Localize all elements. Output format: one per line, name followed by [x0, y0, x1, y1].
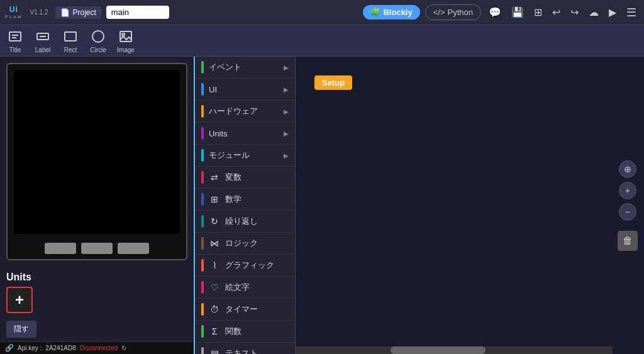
- device-canvas[interactable]: [6, 63, 187, 260]
- undo-icon-button[interactable]: ↩: [550, 5, 563, 19]
- svg-rect-5: [65, 32, 76, 41]
- category-logic[interactable]: ⋈ロジック: [195, 233, 295, 255]
- category-label: イベント: [209, 62, 279, 73]
- category-icon: Σ: [209, 326, 220, 336]
- category-color-indicator: [201, 127, 204, 140]
- category-loop[interactable]: ↻繰り返し: [195, 211, 295, 233]
- category-graphic[interactable]: ⌇グラフィック: [195, 255, 295, 277]
- chat-icon-button[interactable]: 💬: [486, 5, 504, 19]
- key-icon: 🔗: [5, 344, 14, 352]
- title-icon: [6, 28, 24, 45]
- category-label: タイマー: [225, 304, 289, 315]
- widget-toolbar: Title Label Rect Circle: [0, 25, 644, 57]
- api-key-value: 2A241AD8: [45, 345, 75, 351]
- scroll-thumb[interactable]: [391, 346, 486, 354]
- device-button-1[interactable]: [45, 243, 76, 254]
- units-add-button[interactable]: +: [6, 287, 33, 313]
- category-color-indicator: [201, 237, 204, 250]
- category-icon: ▤: [209, 348, 220, 354]
- category-label: 絵文字: [225, 282, 289, 293]
- widget-title[interactable]: Title: [6, 28, 24, 53]
- widget-label[interactable]: Label: [34, 28, 52, 53]
- category-arrow-icon: ▶: [284, 86, 289, 93]
- logo: Ui FLow: [5, 5, 23, 19]
- horizontal-scrollbar[interactable]: [296, 346, 613, 354]
- plus-icon: +: [15, 291, 24, 309]
- category-icon: ♡: [209, 282, 220, 292]
- widget-image[interactable]: Image: [117, 28, 135, 53]
- cloud-icon-button[interactable]: ☁: [586, 5, 601, 19]
- connection-status: Disconnected: [80, 345, 118, 351]
- category-label: ロジック: [225, 238, 289, 249]
- category-text[interactable]: ▤テキスト: [195, 343, 295, 354]
- category-icon: ⇄: [209, 172, 220, 182]
- code-icon: </>: [433, 8, 445, 17]
- file-icon: 📄: [60, 8, 70, 17]
- category-color-indicator: [201, 149, 204, 162]
- circle-icon: [89, 28, 107, 45]
- category-event[interactable]: イベント▶: [195, 57, 295, 79]
- main-input[interactable]: [106, 6, 169, 19]
- logo-top-text: Ui: [9, 5, 18, 14]
- play-icon-button[interactable]: ▶: [606, 5, 619, 19]
- category-label: 変数: [225, 172, 289, 183]
- category-color-indicator: [201, 281, 204, 294]
- svg-point-6: [92, 31, 104, 42]
- project-label: Project: [72, 8, 96, 17]
- svg-rect-0: [9, 32, 21, 41]
- device-buttons: [8, 243, 186, 254]
- blockly-button[interactable]: 🧩 Blockly: [363, 5, 419, 19]
- save-icon-button[interactable]: 💾: [509, 5, 526, 19]
- category-color-indicator: [201, 105, 204, 118]
- version-badge: V1.1.2: [30, 9, 48, 16]
- category-arrow-icon: ▶: [284, 64, 289, 71]
- setup-block[interactable]: Setup: [314, 75, 352, 90]
- logo-bottom-text: FLow: [5, 14, 23, 19]
- category-function[interactable]: Σ関数: [195, 321, 295, 343]
- category-timer[interactable]: ⏱タイマー: [195, 299, 295, 321]
- zoom-out-button[interactable]: −: [619, 203, 636, 221]
- category-icon: ⏱: [209, 304, 220, 314]
- category-color-indicator: [201, 259, 204, 272]
- widget-label-label: Label: [35, 47, 50, 53]
- python-button[interactable]: </> Python: [425, 4, 481, 20]
- category-label: グラフィック: [225, 260, 289, 271]
- category-math[interactable]: ⊞数学: [195, 189, 295, 211]
- redo-icon-button[interactable]: ↪: [568, 5, 581, 19]
- category-emoji[interactable]: ♡絵文字: [195, 277, 295, 299]
- project-button[interactable]: 📄 Project: [55, 6, 101, 19]
- category-label: Units: [209, 129, 279, 138]
- category-color-indicator: [201, 171, 204, 184]
- units-section: Units +: [0, 267, 194, 318]
- device-button-2[interactable]: [81, 243, 113, 254]
- block-panel: イベント▶UI▶ハードウェア▶Units▶モジュール▶⇄変数⊞数学↻繰り返し⋈ロ…: [195, 57, 296, 354]
- units-title: Units: [6, 272, 187, 283]
- zoom-controls: ⊕ + − 🗑: [618, 160, 638, 251]
- widget-title-label: Title: [9, 47, 21, 53]
- refresh-icon[interactable]: ↻: [121, 345, 126, 351]
- category-units[interactable]: Units▶: [195, 123, 295, 145]
- zoom-center-button[interactable]: ⊕: [619, 160, 636, 178]
- category-ui[interactable]: UI▶: [195, 79, 295, 101]
- category-color-indicator: [201, 325, 204, 338]
- grid-icon-button[interactable]: ⊞: [531, 5, 545, 19]
- category-variables[interactable]: ⇄変数: [195, 167, 295, 189]
- category-hardware[interactable]: ハードウェア▶: [195, 101, 295, 123]
- zoom-in-button[interactable]: +: [619, 182, 636, 199]
- widget-circle[interactable]: Circle: [89, 28, 107, 53]
- category-color-indicator: [201, 61, 204, 74]
- category-module[interactable]: モジュール▶: [195, 145, 295, 167]
- menu-button[interactable]: ☰: [624, 4, 639, 21]
- category-icon: ↻: [209, 216, 220, 226]
- block-canvas[interactable]: Setup ⊕ + − 🗑: [296, 57, 644, 354]
- category-color-indicator: [201, 215, 204, 228]
- label-icon: [34, 28, 52, 45]
- device-button-3[interactable]: [118, 243, 149, 254]
- category-label: 繰り返し: [225, 216, 289, 227]
- hide-button[interactable]: 隠す: [6, 321, 36, 338]
- widget-rect[interactable]: Rect: [62, 28, 79, 53]
- trash-button[interactable]: 🗑: [618, 231, 638, 251]
- device-screen: [14, 70, 180, 234]
- blockly-label: Blockly: [383, 8, 412, 17]
- category-icon: ⌇: [209, 260, 220, 270]
